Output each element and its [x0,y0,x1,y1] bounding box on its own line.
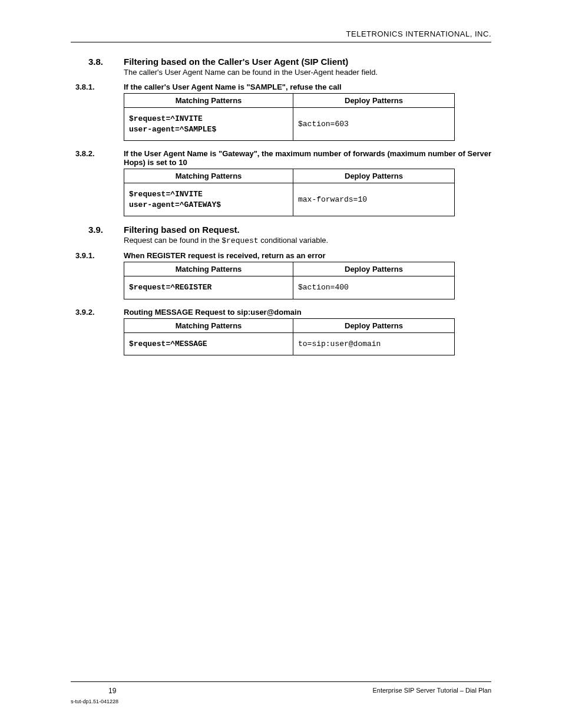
table-header-deploy: Deploy Patterns [293,262,455,276]
section-number: 3.8. [88,57,124,67]
subsection-3-8-2-heading: 3.8.2. If the User Agent Name is "Gatewa… [75,149,491,167]
subsection-number: 3.9.1. [75,251,124,260]
table-cell-deploy: max-forwards=10 [293,183,455,216]
table-cell-deploy: $action=400 [293,276,455,299]
table-cell-matching: $request=^INVITE user-agent=^GATEWAY$ [124,183,293,216]
subsection-title: If the caller's User Agent Name is "SAMP… [124,83,491,91]
table-header-matching: Matching Patterns [124,318,293,332]
footer-doc-id: s-tut-dp1.51-041228 [71,699,491,704]
body-text-post: conditional variable. [259,236,329,245]
footer-page-number: 19 [108,687,116,695]
table-3-8-1: Matching Patterns Deploy Patterns $reque… [124,93,455,141]
section-3-8-heading: 3.8. Filtering based on the Caller's Use… [71,57,491,67]
table-cell-deploy: $action=603 [293,108,455,141]
page-footer: 19 Enterprise SIP Server Tutorial – Dial… [71,681,491,704]
section-3-9-heading: 3.9. Filtering based on Request. [71,225,491,235]
table-3-9-2: Matching Patterns Deploy Patterns $reque… [124,318,455,356]
header-company: TELETRONICS INTERNATIONAL, INC. [71,29,491,42]
subsection-title: Routing MESSAGE Request to sip:user@doma… [124,308,491,317]
section-title: Filtering based on Request. [124,225,491,235]
table-header-matching: Matching Patterns [124,94,293,108]
subsection-3-9-2-heading: 3.9.2. Routing MESSAGE Request to sip:us… [75,308,491,317]
section-3-8-body: The caller's User Agent Name can be foun… [124,68,491,77]
table-3-9-1: Matching Patterns Deploy Patterns $reque… [124,262,455,299]
table-cell-matching: $request=^INVITE user-agent=^SAMPLE$ [124,108,293,141]
subsection-title: When REGISTER request is received, retur… [124,251,491,260]
subsection-number: 3.8.1. [75,83,124,91]
table-header-deploy: Deploy Patterns [293,318,455,332]
subsection-title: If the User Agent Name is "Gateway", the… [124,149,491,167]
inline-code: $request [222,236,258,245]
subsection-number: 3.8.2. [75,149,124,167]
table-3-8-2: Matching Patterns Deploy Patterns $reque… [124,169,455,216]
table-header-deploy: Deploy Patterns [293,94,455,108]
section-number: 3.9. [88,225,124,235]
table-cell-deploy: to=sip:user@domain [293,332,455,355]
header-rule [71,42,491,42]
table-header-deploy: Deploy Patterns [293,169,455,183]
table-cell-matching: $request=^REGISTER [124,276,293,299]
section-3-9-body: Request can be found in the $request con… [124,236,491,245]
table-header-matching: Matching Patterns [124,262,293,276]
section-title: Filtering based on the Caller's User Age… [124,57,491,67]
footer-doc-title: Enterprise SIP Server Tutorial – Dial Pl… [372,687,491,695]
table-cell-matching: $request=^MESSAGE [124,332,293,355]
body-text-pre: Request can be found in the [124,236,222,245]
subsection-3-9-1-heading: 3.9.1. When REGISTER request is received… [75,251,491,260]
subsection-3-8-1-heading: 3.8.1. If the caller's User Agent Name i… [75,83,491,91]
footer-rule [71,681,491,682]
table-header-matching: Matching Patterns [124,169,293,183]
subsection-number: 3.9.2. [75,308,124,317]
